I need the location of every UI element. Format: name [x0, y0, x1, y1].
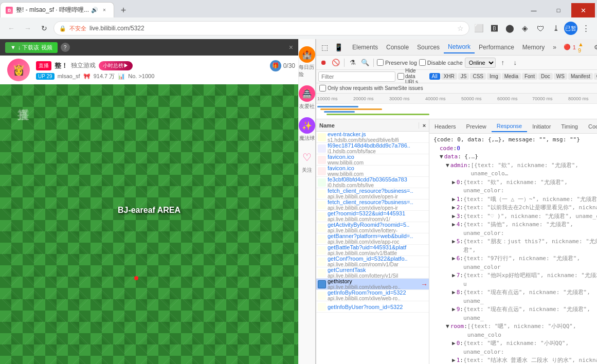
clear-requests-btn[interactable]: 🚫: [331, 58, 341, 68]
request-row-banner[interactable]: getBanner?platform=web&build=.. api.live…: [316, 233, 429, 245]
daily-history-icon: 🏰: [299, 46, 315, 63]
hot-ranking-badge[interactable]: 小时总榜▶: [99, 61, 133, 70]
import-har-btn[interactable]: ↑: [498, 58, 508, 68]
json-summary-line: {code: 0, data: {,…}, message: "", msg: …: [433, 136, 597, 144]
same-site-label[interactable]: Only show requests with SameSite issues: [319, 85, 423, 92]
same-site-checkbox[interactable]: [319, 85, 326, 92]
filter-js[interactable]: JS: [458, 73, 469, 80]
tab-memory[interactable]: Memory: [518, 42, 549, 53]
daily-history-btn[interactable]: 🏰 每日历险: [299, 43, 315, 81]
filter-media[interactable]: Media: [502, 73, 521, 80]
disable-cache-label[interactable]: Disable cache: [419, 59, 463, 66]
new-tab-button[interactable]: +: [116, 3, 131, 17]
tab-more[interactable]: »: [549, 42, 560, 53]
record-stop-btn[interactable]: ⏺: [318, 58, 329, 68]
devtools-inspect-icon[interactable]: ⬚: [318, 43, 331, 51]
filter-ws[interactable]: WS: [554, 73, 567, 80]
filter-toggle-btn[interactable]: ⚗: [348, 58, 358, 68]
filter-manifest[interactable]: Manifest: [568, 73, 593, 80]
follow-btn[interactable]: ♡ 关注: [299, 146, 315, 177]
hide-data-urls-checkbox[interactable]: [397, 73, 404, 80]
tab-close-btn[interactable]: ×: [100, 6, 108, 14]
request-row-conf[interactable]: getConf?room_id=5322&platfo.. api.live.b…: [316, 256, 429, 267]
filter-doc[interactable]: Doc: [538, 73, 553, 80]
hide-data-urls-label[interactable]: Hide data URLs: [397, 68, 427, 85]
filter-css[interactable]: CSS: [470, 73, 486, 80]
panel-tab-initiator[interactable]: Initiator: [527, 121, 556, 132]
download-close-btn[interactable]: ×: [289, 43, 293, 51]
row-icon-5: [318, 178, 326, 187]
reload-btn[interactable]: ↻: [37, 21, 51, 35]
row-icon-16: [318, 303, 326, 311]
request-row-battle[interactable]: getBattleTab?uid=445931&platf api.live.b…: [316, 245, 429, 256]
request-row-fetch1[interactable]: fetch_client_resource?business=.. api.li…: [316, 188, 429, 199]
download-ext-icon[interactable]: ⤓: [549, 21, 563, 35]
request-row-event-tracker[interactable]: event-tracker.js s1.hdslb.com/bfs/seed/b…: [316, 132, 429, 143]
panel-tab-timing[interactable]: Timing: [556, 121, 583, 132]
filter-other[interactable]: Other: [594, 73, 597, 80]
devtools-mobile-icon[interactable]: 📱: [331, 43, 346, 51]
maximize-btn[interactable]: □: [547, 3, 570, 17]
request-row-gethistory[interactable]: gethistory api.live.bilibili.com/xlive/w…: [316, 279, 429, 290]
request-row-currenttask[interactable]: getCurrentTask api.live.bilibili.com/lot…: [316, 267, 429, 279]
back-btn[interactable]: ←: [4, 21, 19, 35]
json-code-line: code: 0: [433, 144, 597, 153]
profile-ext-icon[interactable]: ◈: [518, 21, 532, 35]
panel-tab-headers[interactable]: Headers: [429, 121, 461, 132]
magic-btn[interactable]: ✨ 魔法球: [299, 114, 315, 145]
devtools-settings-btn[interactable]: ⚙: [590, 44, 597, 51]
filter-xhr[interactable]: XHR: [441, 73, 457, 80]
filter-all[interactable]: All: [429, 73, 440, 80]
disable-cache-checkbox[interactable]: [419, 59, 426, 66]
chrome-icon[interactable]: ⬤: [502, 21, 517, 35]
request-row-getinfobyuser[interactable]: getInfoByUser?room_id=5322: [316, 301, 429, 313]
filter-input[interactable]: [318, 71, 395, 82]
insecure-label: 不安全: [69, 25, 86, 32]
preserve-log-label[interactable]: Preserve log: [377, 59, 417, 66]
tab-network[interactable]: Network: [444, 41, 475, 53]
row-icon-15: [318, 292, 326, 300]
search-requests-btn[interactable]: 🔍: [360, 58, 370, 68]
video-meta: 直播 整！ 独立游戏 小时总榜▶ 🎁 0/30 UP 29 mlsao_sf 🎀: [36, 60, 295, 80]
adblock-icon[interactable]: 🛡: [533, 21, 548, 35]
extensions-icon[interactable]: ⬜: [472, 21, 486, 35]
close-col-header[interactable]: ×: [419, 122, 429, 129]
export-har-btn[interactable]: ↓: [510, 58, 520, 68]
download-video-btn[interactable]: ▼ ↓ 下载该 视频: [5, 42, 58, 53]
throttle-select[interactable]: Online: [465, 58, 496, 68]
bookmark-icon[interactable]: ☆: [457, 24, 464, 32]
address-bar[interactable]: 🔒 不安全 live.bilibili.com/5322 ☆: [53, 21, 469, 35]
json-response-viewer: {code: 0, data: {,…}, message: "", msg: …: [429, 134, 597, 364]
panel-tab-response[interactable]: Response: [492, 121, 528, 132]
filter-font[interactable]: Font: [522, 73, 537, 80]
bilibili-ext-icon[interactable]: 🅱: [487, 21, 501, 35]
request-row-face[interactable]: f69ec187148d4bdb8dd9c7a786.. i1.hdslb.co…: [316, 143, 429, 154]
timeline-bar-4: [327, 114, 429, 115]
tab-elements[interactable]: Elements: [348, 42, 382, 53]
request-row-favicon1[interactable]: favicon.ico www.bilibili.com: [316, 154, 429, 166]
request-row-fetch2[interactable]: fetch_client_resource?business=.. api.li…: [316, 199, 429, 211]
close-window-btn[interactable]: ✕: [571, 3, 595, 17]
forward-btn[interactable]: →: [21, 21, 35, 35]
panel-tab-preview[interactable]: Preview: [461, 121, 492, 132]
request-row-get[interactable]: get?roomid=5322&uid=445931 api.live.bili…: [316, 211, 429, 222]
minimize-btn[interactable]: —: [522, 3, 546, 17]
video-player[interactable]: 直播 BJ-eareaf AREA: [0, 84, 298, 364]
avatar-emoji: 👸: [12, 64, 25, 76]
download-help-btn[interactable]: ?: [61, 43, 70, 52]
tab-sources[interactable]: Sources: [413, 42, 444, 53]
friends-btn[interactable]: 🏯 友爱社: [299, 82, 315, 113]
active-tab[interactable]: B 整! - mlsao_sf · 哔哩哔哩... 🔊 ×: [0, 2, 114, 17]
tab-performance[interactable]: Performance: [475, 42, 518, 53]
tab-console[interactable]: Console: [382, 42, 413, 53]
request-row-getinfobyroom[interactable]: getInfoByRoom?room_id=5322 api.live.bili…: [316, 290, 429, 301]
menu-btn[interactable]: ⋮: [578, 21, 593, 35]
panel-tab-cookies[interactable]: Cookies: [583, 121, 597, 132]
filter-img[interactable]: Img: [487, 73, 501, 80]
devtools-alerts: 🔴 1 ▲ 9: [560, 41, 590, 53]
user-profile-btn[interactable]: 已暂: [564, 22, 577, 35]
request-row-activity[interactable]: getActivityByRoomid?roomid=5.. api.live.…: [316, 222, 429, 233]
preserve-log-checkbox[interactable]: [377, 59, 384, 66]
request-row-favicon2[interactable]: favicon.ico www.bilibili.com: [316, 166, 429, 177]
request-row-fe3c[interactable]: fe3cbf08bfd4cdd7b03655da783 i0.hdslb.com…: [316, 177, 429, 188]
